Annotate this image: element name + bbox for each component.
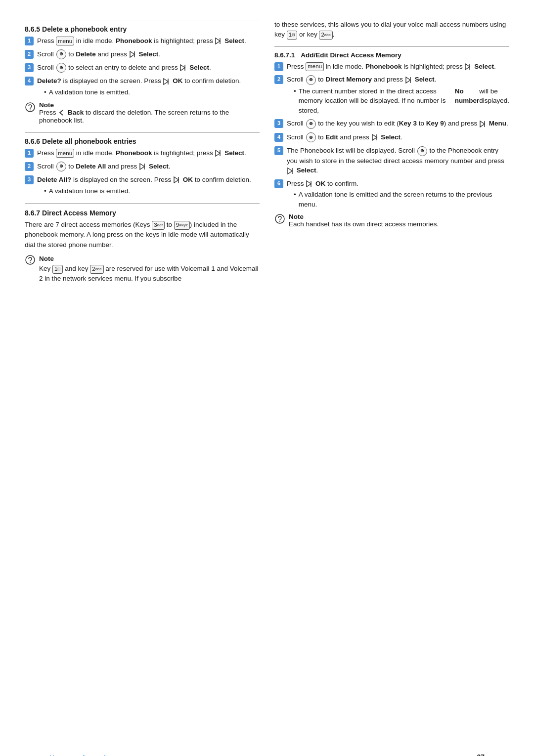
key9-icon: 9wxyz xyxy=(174,221,190,230)
steps-list-866: 1 Press menu in idle mode. Phonebook is … xyxy=(25,148,260,196)
sk-866-1 xyxy=(215,150,222,157)
step-8671-4: 4 Scroll ⊕ to Edit and press Select. xyxy=(274,132,509,142)
select-866-2: Select xyxy=(149,163,169,170)
steps-list-8671: 1 Press menu in idle mode. Phonebook is … xyxy=(274,62,509,210)
svg-marker-22 xyxy=(480,121,485,127)
section-title-866: 8.6.6 Delete all phonebook entries xyxy=(25,137,260,145)
bullet-866-3: A validation tone is emitted. xyxy=(44,186,260,196)
svg-marker-28 xyxy=(307,181,311,187)
step-content-866-1: Press menu in idle mode. Phonebook is hi… xyxy=(37,148,260,158)
svg-marker-18 xyxy=(465,64,470,70)
step-8671-3: 3 Scroll ⊕ to the key you wish to edit (… xyxy=(274,119,509,128)
svg-point-31 xyxy=(279,221,280,222)
menu-key-1: menu xyxy=(56,37,74,45)
divider-866 xyxy=(25,132,260,132)
step-num-866-1: 1 xyxy=(25,149,34,158)
note-content-867-1: Note Key 1⊟ and key 2abc are reserved fo… xyxy=(39,254,260,284)
divider-865 xyxy=(25,20,260,20)
key3-label: Key 3 xyxy=(399,120,417,127)
edit-label: Edit xyxy=(325,133,338,141)
right-intro-text: to these services, this allows you to di… xyxy=(274,20,509,40)
ok-866-3: OK xyxy=(183,176,193,183)
step-content-865-2: Scroll ⊕ to Delete and press Select. xyxy=(37,49,260,59)
scroll-icon-3: ⊕ xyxy=(56,63,66,73)
step-content-865-3: Scroll ⊕ to select an entry to delete an… xyxy=(37,63,260,73)
select-866-1: Select xyxy=(224,149,244,157)
step-content-866-3: Delete All? is displayed on the screen. … xyxy=(37,175,260,196)
step-content-8671-6: Press OK to confirm. A validation tone i… xyxy=(287,179,509,210)
step-num-3: 3 xyxy=(25,63,34,72)
select-label-2: Select xyxy=(138,50,158,58)
step-num-866-3: 3 xyxy=(25,175,34,184)
footer-page-number: 37 xyxy=(477,753,485,756)
key2-right-icon: 2abc xyxy=(319,31,332,40)
select-softkey-icon-4 xyxy=(163,78,170,85)
svg-marker-14 xyxy=(174,177,178,183)
step-num-866-2: 2 xyxy=(25,162,34,171)
svg-point-17 xyxy=(30,262,31,263)
back-label: Back xyxy=(68,109,84,116)
sk-8671-2 xyxy=(405,77,412,84)
step-8671-1: 1 Press menu in idle mode. Phonebook is … xyxy=(274,62,509,72)
page-wrapper: 8.6.5 Delete a phonebook entry 1 Press m… xyxy=(25,20,509,756)
delete-label: Delete xyxy=(76,50,96,58)
steps-list-865: 1 Press menu in idle mode. Phonebook is … xyxy=(25,36,260,97)
step-content-8671-3: Scroll ⊕ to the key you wish to edit (Ke… xyxy=(287,119,509,128)
scroll-icon-8671-5: ⊕ xyxy=(417,146,427,156)
page-layout: 8.6.5 Delete a phonebook entry 1 Press m… xyxy=(25,20,509,292)
ok-8671-6: OK xyxy=(315,180,325,187)
section-title-865: 8.6.5 Delete a phonebook entry xyxy=(25,25,260,33)
back-icon xyxy=(58,109,66,117)
scroll-icon-8671-4: ⊕ xyxy=(306,132,316,142)
footer-link: Use more of your phone xyxy=(49,754,118,756)
sk-8671-3 xyxy=(480,121,487,127)
step-content-865-1: Press menu in idle mode. Phonebook is hi… xyxy=(37,36,260,46)
section-title-867: 8.6.7 Direct Access Memory xyxy=(25,209,260,217)
phonebook-8671-1: Phonebook xyxy=(365,63,402,70)
delete-all-label: Delete All xyxy=(76,163,106,170)
note-label-867-1: Note xyxy=(39,255,54,262)
delete-question-label: Delete? xyxy=(37,77,61,84)
step-content-8671-4: Scroll ⊕ to Edit and press Select. xyxy=(287,132,509,142)
divider-867 xyxy=(25,204,260,204)
select-softkey-icon-2 xyxy=(130,51,136,58)
note-text-8671: Each handset has its own direct access m… xyxy=(289,220,439,228)
select-8671-5: Select xyxy=(297,167,316,174)
step-num-1: 1 xyxy=(25,37,34,45)
step-865-2: 2 Scroll ⊕ to Delete and press Select. xyxy=(25,49,260,59)
svg-marker-2 xyxy=(130,51,134,57)
select-label-3: Select xyxy=(189,64,209,71)
section-866: 8.6.6 Delete all phonebook entries 1 Pre… xyxy=(25,132,260,196)
note-box-865: Note Press Back to discard the deletion.… xyxy=(25,101,260,124)
select-8671-1: Select xyxy=(474,63,494,70)
step-num-4: 4 xyxy=(25,77,34,85)
bullet-8671-2: The current number stored in the direct … xyxy=(294,86,509,116)
step-content-865-4: Delete? is displayed on the screen. Pres… xyxy=(37,76,260,97)
step-num-2: 2 xyxy=(25,50,34,59)
phonebook-label-866-1: Phonebook xyxy=(116,149,152,157)
step-8671-2: 2 Scroll ⊕ to Direct Memory and press Se… xyxy=(274,75,509,115)
select-8671-4: Select xyxy=(381,133,400,141)
section-8671: 8.6.7.1 Add/Edit Direct Access Memory 1 … xyxy=(274,51,509,228)
step-865-1: 1 Press menu in idle mode. Phonebook is … xyxy=(25,36,260,46)
note-icon-8671 xyxy=(274,213,285,224)
sk-8671-6 xyxy=(306,180,313,187)
menu-key-8671-1: menu xyxy=(306,62,324,71)
step-content-8671-5: The Phonebook list will be displayed. Sc… xyxy=(287,146,509,175)
step-num-8671-6: 6 xyxy=(274,179,283,188)
step-8671-5: 5 The Phonebook list will be displayed. … xyxy=(274,146,509,175)
divider-8671 xyxy=(274,46,509,46)
select-label-1: Select xyxy=(224,37,244,44)
step-8671-6: 6 Press OK to confirm. A validation tone… xyxy=(274,179,509,210)
step-num-8671-2: 2 xyxy=(274,75,283,84)
scroll-icon-8671-3: ⊕ xyxy=(306,119,316,129)
ok-label-4: OK xyxy=(173,77,182,84)
menu-key-866-1: menu xyxy=(56,149,74,158)
section-865: 8.6.5 Delete a phonebook entry 1 Press m… xyxy=(25,20,260,124)
scroll-icon-2: ⊕ xyxy=(56,49,66,59)
svg-marker-4 xyxy=(180,65,185,71)
select-8671-2: Select xyxy=(415,76,435,83)
section-867-intro: There are 7 direct access memories (Keys… xyxy=(25,220,260,250)
step-num-8671-3: 3 xyxy=(274,119,283,128)
step-866-3: 3 Delete All? is displayed on the screen… xyxy=(25,175,260,196)
